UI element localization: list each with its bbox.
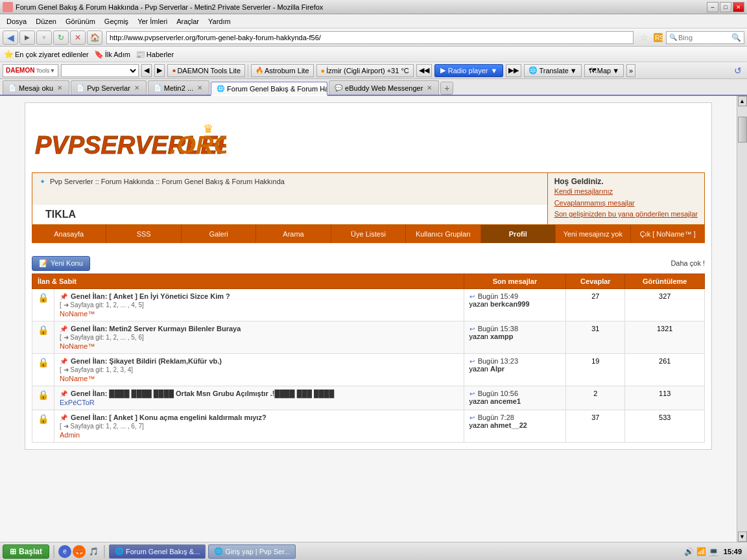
scroll-up-button[interactable]: ▲ xyxy=(738,96,747,106)
daemon-lite-button[interactable]: ● DAEMON Tools Lite xyxy=(167,64,245,77)
last-msg-user[interactable]: anceme1 xyxy=(490,397,521,405)
last-msg-user[interactable]: Alpr xyxy=(490,365,504,373)
tab-pvp-serverlar[interactable]: 📄 Pvp Serverlar ✕ xyxy=(71,80,147,95)
bookmark-star-button[interactable]: ☆ xyxy=(637,31,650,44)
menu-gorunum[interactable]: Görünüm xyxy=(62,16,99,27)
nav-uye-listesi[interactable]: Üye Listesi xyxy=(331,225,406,243)
tab-close-button[interactable]: ✕ xyxy=(56,84,64,92)
nav-cik[interactable]: Çık [ NoName™ ] xyxy=(631,225,705,243)
tab-metin2[interactable]: 📄 Metin2 ... ✕ xyxy=(148,80,209,95)
forward-button[interactable]: ▶ xyxy=(19,30,35,45)
menu-yardim[interactable]: Yardım xyxy=(204,16,235,27)
daemon-combo[interactable] xyxy=(61,64,139,77)
topic-author[interactable]: Admin xyxy=(60,431,458,439)
weather-button[interactable]: ● İzmir (Cigli Airport) +31 °C xyxy=(316,64,414,77)
tab-forum-genel[interactable]: 🌐 Forum Genel Bakış & Forum Hakk... ✕ xyxy=(211,82,327,96)
welcome-link-3[interactable]: Son gelişinizden bu yana gönderilen mesa… xyxy=(554,210,698,218)
scrollbar-thumb[interactable] xyxy=(738,117,747,143)
translate-dropdown: ▼ xyxy=(570,67,577,75)
ie-icon[interactable]: e xyxy=(58,545,71,558)
close-button[interactable]: ✕ xyxy=(733,2,744,12)
menu-dosya[interactable]: Dosya xyxy=(3,16,30,27)
welcome-link-1[interactable]: Kendi mesajlarınız xyxy=(554,187,613,195)
more-link[interactable]: Daha çok ! xyxy=(670,259,705,267)
stop-button[interactable]: ✕ xyxy=(70,30,86,45)
topic-author[interactable]: NoName™ xyxy=(60,310,458,318)
map-button[interactable]: 🗺 Map ▼ xyxy=(584,64,624,77)
address-bar[interactable] xyxy=(106,31,634,44)
media-prev-btn[interactable]: ◀◀ xyxy=(416,64,432,77)
last-msg-user[interactable]: xampp xyxy=(490,332,513,340)
astroburn-button[interactable]: 🔥 Astroburn Lite xyxy=(251,64,313,77)
nav-galeri[interactable]: Galeri xyxy=(182,225,256,243)
translate-button[interactable]: 🌐 Translate ▼ xyxy=(524,64,581,77)
map-dropdown: ▼ xyxy=(612,67,619,75)
replies-cell: 27 xyxy=(566,288,625,321)
start-button[interactable]: ⊞ Başlat xyxy=(3,544,49,559)
menu-duzen[interactable]: Düzen xyxy=(32,16,60,27)
back-button[interactable]: ◀ xyxy=(3,30,18,45)
taskbar-forum[interactable]: 🌐 Forum Genel Bakış &... xyxy=(109,544,206,559)
nav-yeni-mesaj[interactable]: Yeni mesajınız yok xyxy=(556,225,630,243)
daemon-left-btn[interactable]: ◀ xyxy=(141,64,152,77)
last-msg-user[interactable]: ahmet__22 xyxy=(490,421,527,429)
menu-bar: Dosya Düzen Görünüm Geçmiş Yer İmleri Ar… xyxy=(0,14,747,29)
more-addons-button[interactable]: » xyxy=(626,64,635,77)
tab-close-button[interactable]: ✕ xyxy=(196,84,204,92)
topic-link[interactable]: Genel İlan: ████ ████ ████ Ortak Msn Gru… xyxy=(71,390,334,397)
bookmark-most-visited[interactable]: ⭐ En çok ziyaret edilenler xyxy=(4,50,89,59)
nav-anasayfa[interactable]: Anasayfa xyxy=(32,225,106,243)
tab-close-button[interactable]: ✕ xyxy=(425,84,433,92)
nav-sss[interactable]: SSS xyxy=(106,225,181,243)
media-next-btn[interactable]: ▶▶ xyxy=(506,64,521,77)
taskbar-giris[interactable]: 🌐 Giriş yap | Pvp Ser... xyxy=(208,544,296,559)
topic-link[interactable]: Genel İlan: Metin2 Server Kurmayı Bilenl… xyxy=(71,325,241,332)
bookmark-haberler[interactable]: 📰 Haberler xyxy=(136,50,174,59)
new-tab-button[interactable]: + xyxy=(440,82,453,95)
new-topic-button[interactable]: 📝 Yeni Konu xyxy=(32,256,90,271)
menu-gecmis[interactable]: Geçmiş xyxy=(101,16,132,27)
topic-link[interactable]: Genel İlan: [ Anket ] Konu açma engelini… xyxy=(71,414,267,421)
search-submit-button[interactable]: 🔍 xyxy=(731,33,741,42)
rss-button[interactable]: RSS xyxy=(652,31,665,44)
topic-link[interactable]: Genel İlan: [ Anket ] En İyi Yönetici Si… xyxy=(71,292,230,300)
scroll-down-button[interactable]: ▼ xyxy=(738,531,747,542)
pvp-logo: PVPSERVERLER .ORG ♛ xyxy=(32,122,226,163)
media-player-icon[interactable]: 🎵 xyxy=(87,545,100,558)
bookmark-ilk-adim[interactable]: 🔖 İlk Adım xyxy=(94,50,130,59)
replies-cell: 19 xyxy=(566,353,625,386)
nav-arama[interactable]: Arama xyxy=(256,225,331,243)
tab-ebuddy[interactable]: 💬 eBuddy Web Messenger ✕ xyxy=(329,80,439,95)
radio-player-button[interactable]: ▶ Radio player ▼ xyxy=(434,64,504,77)
col-son-mesajlar: Son mesajlar xyxy=(464,274,566,288)
dropdown-button[interactable]: ▼ xyxy=(36,30,52,45)
col-goruntuleme: Görüntüleme xyxy=(625,274,705,288)
refresh-button[interactable]: ↻ xyxy=(53,30,69,45)
network-icon: 🔊 xyxy=(684,547,694,556)
nav-profil[interactable]: Profil xyxy=(481,225,556,243)
topic-author[interactable]: ExPéCToR xyxy=(60,399,458,406)
minimize-button[interactable]: – xyxy=(707,2,718,12)
table-row: 🔒 📌 Genel İlan: Metin2 Server Kurmayı Bi… xyxy=(32,321,705,353)
menu-yerimleri[interactable]: Yer İmleri xyxy=(134,16,171,27)
daemon-right-btn[interactable]: ▶ xyxy=(154,64,165,77)
tab-close-button[interactable]: ✕ xyxy=(133,84,141,92)
topic-author[interactable]: NoName™ xyxy=(60,375,458,382)
welcome-link-2[interactable]: Cevaplanmamış mesajlar xyxy=(554,199,635,207)
firefox-sync-icon[interactable]: ↺ xyxy=(731,64,744,77)
home-button[interactable]: 🏠 xyxy=(87,30,102,45)
firefox-taskbar-icon[interactable]: 🦊 xyxy=(73,545,86,558)
last-msg-user[interactable]: berkcan999 xyxy=(490,300,530,308)
tab-label: Forum Genel Bakış & Forum Hakk... xyxy=(227,85,327,93)
search-input[interactable] xyxy=(678,34,730,41)
tab-icon: 🌐 xyxy=(217,85,224,92)
maximize-button[interactable]: □ xyxy=(720,2,731,12)
menu-araclar[interactable]: Araçlar xyxy=(172,16,203,27)
scrollbar-right[interactable]: ▲ ▼ xyxy=(737,96,747,542)
topic-link[interactable]: Genel İlan: Şikayet Bildiri (Reklam,Küfü… xyxy=(71,357,222,365)
last-msg-by: yazan xyxy=(469,421,490,429)
last-msg-time: Bugün 10:56 xyxy=(478,390,518,397)
tab-mesaji-oku[interactable]: 📄 Mesajı oku ✕ xyxy=(3,80,69,95)
nav-kullanici-gruplari[interactable]: Kullanıcı Grupları xyxy=(406,225,480,243)
topic-author[interactable]: NoName™ xyxy=(60,342,458,350)
